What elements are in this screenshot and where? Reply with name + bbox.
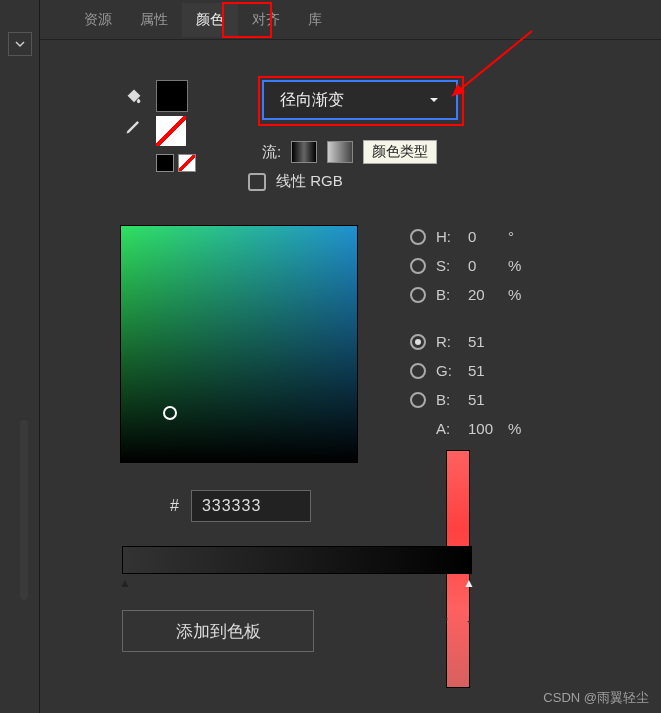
chevron-down-icon	[428, 94, 440, 106]
radio-r[interactable]	[410, 334, 426, 350]
gradient-type-dropdown[interactable]: 径向渐变	[262, 80, 458, 120]
s-label: S:	[436, 257, 458, 274]
linear-rgb-checkbox[interactable]	[248, 173, 266, 191]
gradient-stop-start[interactable]	[119, 573, 131, 585]
panel-tabs: 资源 属性 颜色 对齐 库	[40, 0, 661, 40]
r-label: R:	[436, 333, 458, 350]
svg-line-0	[452, 31, 532, 96]
flow-label: 流:	[262, 143, 281, 162]
gradient-type-label: 径向渐变	[280, 90, 344, 111]
color-values: H:0° S:0% B:20% R:51 G:51 B:51 A:100%	[410, 228, 521, 437]
a-label: A:	[436, 420, 458, 437]
color-picker-area	[120, 225, 358, 463]
h-label: H:	[436, 228, 458, 245]
radio-b[interactable]	[410, 287, 426, 303]
gradient-bar[interactable]	[122, 546, 472, 574]
h-unit: °	[508, 228, 514, 245]
scrollbar[interactable]	[20, 420, 28, 600]
tab-color[interactable]: 颜色	[182, 3, 238, 37]
tab-align[interactable]: 对齐	[238, 3, 294, 37]
tab-assets[interactable]: 资源	[70, 3, 126, 37]
flow-option-repeat[interactable]	[327, 141, 353, 163]
tab-library[interactable]: 库	[294, 3, 336, 37]
linear-rgb-label: 线性 RGB	[276, 172, 343, 191]
b-label: B:	[436, 286, 458, 303]
r-value[interactable]: 51	[468, 333, 498, 350]
hex-input[interactable]: 333333	[191, 490, 311, 522]
hue-marker-right	[467, 611, 479, 630]
a-unit: %	[508, 420, 521, 437]
left-dropdown[interactable]	[8, 32, 32, 56]
radio-h[interactable]	[410, 229, 426, 245]
b-value[interactable]: 20	[468, 286, 498, 303]
a-value[interactable]: 100	[468, 420, 498, 437]
sv-picker[interactable]	[120, 225, 358, 463]
tab-properties[interactable]: 属性	[126, 3, 182, 37]
gradient-stop-end[interactable]	[463, 573, 475, 585]
flow-option-reflect[interactable]	[291, 141, 317, 163]
add-to-swatches-button[interactable]: 添加到色板	[122, 610, 314, 652]
b2-value[interactable]: 51	[468, 391, 498, 408]
stroke-swatch-none[interactable]	[156, 116, 186, 146]
g-value[interactable]: 51	[468, 362, 498, 379]
s-unit: %	[508, 257, 521, 274]
watermark: CSDN @雨翼轻尘	[543, 689, 649, 707]
hue-marker-left	[439, 611, 448, 625]
flow-controls: 流: 颜色类型	[262, 140, 437, 164]
mini-swatch-black[interactable]	[156, 154, 174, 172]
color-panel: 资源 属性 颜色 对齐 库 径向渐变	[40, 0, 661, 713]
picker-cursor[interactable]	[163, 406, 177, 420]
s-value[interactable]: 0	[468, 257, 498, 274]
h-value[interactable]: 0	[468, 228, 498, 245]
fill-swatch[interactable]	[156, 80, 188, 112]
g-label: G:	[436, 362, 458, 379]
hex-row: # 333333	[170, 490, 311, 522]
pencil-icon[interactable]	[120, 112, 148, 140]
radio-g[interactable]	[410, 363, 426, 379]
b-unit: %	[508, 286, 521, 303]
fill-stroke-tools	[120, 80, 196, 172]
mini-swatch-none[interactable]	[178, 154, 196, 172]
hex-prefix: #	[170, 497, 179, 515]
radio-b2[interactable]	[410, 392, 426, 408]
left-rail	[0, 0, 40, 713]
b2-label: B:	[436, 391, 458, 408]
bucket-icon[interactable]	[120, 80, 148, 108]
tooltip-color-type: 颜色类型	[363, 140, 437, 164]
linear-rgb-row: 线性 RGB	[248, 172, 343, 191]
radio-s[interactable]	[410, 258, 426, 274]
